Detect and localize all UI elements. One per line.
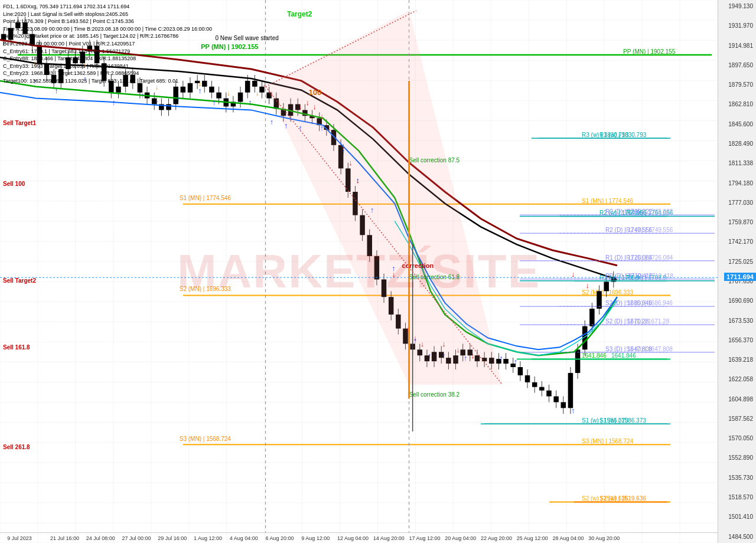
chart-container: MARKETZÍSITE FD1, 1.6DXxg, 705.349 1711.… <box>0 0 756 543</box>
price-tick: 1604.898 <box>719 396 755 403</box>
time-tick: 27 Jul 00:00 <box>122 535 151 541</box>
price-axis: 1949.1301931.9701914.9811897.6501879.570… <box>718 0 756 543</box>
info-line-11: Target100: 1362.589 | 61: 1126.025 | Tar… <box>3 77 212 85</box>
time-axis: 9 Jul 202321 Jul 16:0024 Jul 08:0027 Jul… <box>0 532 718 543</box>
current-price-box: 1711.694 <box>724 273 756 281</box>
price-tick: 1845.600 <box>719 121 755 127</box>
price-tick: 1622.058 <box>719 376 755 382</box>
info-line-10: C_Entry23: 1968.683 | Target:1362.589 | … <box>3 70 212 77</box>
time-tick: 30 Aug 20:00 <box>588 535 620 541</box>
price-tick: 1759.870 <box>719 219 755 225</box>
info-line-8: C_Entry88: 1828.466 | Target:743.304 | R… <box>3 55 212 63</box>
price-tick: 1949.130 <box>719 3 755 9</box>
price-tick: 1897.650 <box>719 62 755 68</box>
info-box: FD1, 1.6DXxg, 705.349 1711.694 1702.314 … <box>3 3 212 85</box>
price-tick: 1879.570 <box>719 81 755 88</box>
price-tick: 1535.730 <box>719 475 755 481</box>
time-tick: 21 Jul 16:00 <box>50 535 79 541</box>
price-tick: 1639.218 <box>719 356 755 363</box>
price-tick: 1484.500 <box>719 534 755 540</box>
info-line-3: Point A:1876.309 | Point B:1493.562 | Po… <box>3 18 212 25</box>
time-tick: 9 Aug 12:00 <box>301 535 330 541</box>
info-line-6: Be A:2023.08.09 00:00:00 | Point V01 | R… <box>3 40 212 48</box>
chart-area: MARKETZÍSITE FD1, 1.6DXxg, 705.349 1711.… <box>0 0 718 543</box>
price-tick: 1862.810 <box>719 101 755 107</box>
price-tick: 1501.410 <box>719 513 755 520</box>
price-tick: 1914.981 <box>719 42 755 49</box>
price-tick: 1587.562 <box>719 416 755 422</box>
price-tick: 1794.180 <box>719 180 755 187</box>
info-line-1: FD1, 1.6DXxg, 705.349 1711.694 1702.314 … <box>3 3 212 11</box>
price-tick: 1725.025 <box>719 259 755 265</box>
time-tick: 28 Aug 04:00 <box>553 535 584 541</box>
time-tick: 24 Jul 08:00 <box>86 535 115 541</box>
time-tick: 14 Aug 20:00 <box>373 535 405 541</box>
time-tick: 1 Aug 12:00 <box>194 535 222 541</box>
info-line-4: Time A:2023.08.09 00:00:00 | Time B:2023… <box>3 25 212 33</box>
time-tick: 9 Jul 2023 <box>7 535 32 541</box>
time-tick: 25 Aug 12:00 <box>517 535 548 541</box>
info-line-2: Line:2020 | Last Signal is:Sell with sto… <box>3 11 212 18</box>
price-tick: 1552.890 <box>719 454 755 461</box>
price-tick: 1931.970 <box>719 22 755 29</box>
time-tick: 29 Jul 16:00 <box>158 535 187 541</box>
price-tick: 1570.050 <box>719 435 755 441</box>
time-tick: 22 Aug 20:00 <box>481 535 512 541</box>
time-tick: 17 Aug 12:00 <box>409 535 441 541</box>
info-line-7: C_Entry61: 1730.1 | Target:683.113 | R/R… <box>3 48 212 55</box>
price-tick: 1777.030 <box>719 199 755 206</box>
info-line-5: Sell %20 @ Market price or at: 1685.145 … <box>3 32 212 40</box>
time-tick: 20 Aug 04:00 <box>445 535 476 541</box>
price-tick: 1518.570 <box>719 494 755 501</box>
price-tick: 1690.690 <box>719 297 755 304</box>
time-tick: 6 Aug 20:00 <box>266 535 294 541</box>
price-tick: 1811.338 <box>719 160 755 166</box>
price-tick: 1742.170 <box>719 238 755 245</box>
time-tick: 12 Aug 04:00 <box>337 535 369 541</box>
price-tick: 1828.490 <box>719 140 755 147</box>
price-tick: 1673.530 <box>719 318 755 324</box>
time-tick: 4 Aug 04:00 <box>230 535 258 541</box>
info-line-9: C_Entry33: 1993 | Target:1126.051 | R/R:… <box>3 63 212 70</box>
price-tick: 1656.370 <box>719 337 755 344</box>
